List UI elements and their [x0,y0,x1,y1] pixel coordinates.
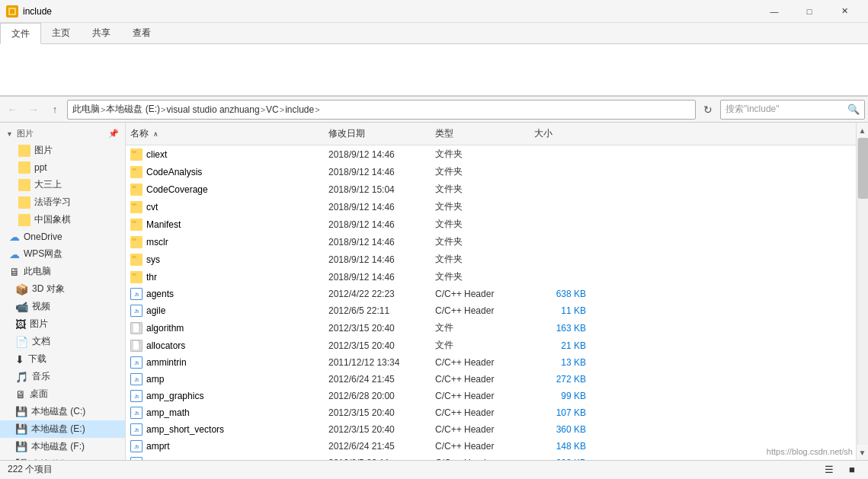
file-list-header: 名称 ∧ 修改日期 类型 大小 [126,123,856,145]
tab-share[interactable]: 共享 [82,23,122,43]
search-box[interactable]: 搜索"include" 🔍 [720,100,865,120]
file-name: cliext [126,148,324,161]
file-date: 2012/3/15 20:40 [324,322,431,334]
col-header-date[interactable]: 修改日期 [324,126,431,142]
sidebar-label-14: 桌面 [30,388,48,401]
file-name: .h ammintrin [126,356,324,369]
file-date: 2018/9/12 14:46 [324,236,431,248]
folder-icon [130,148,143,161]
table-row[interactable]: Manifest 2018/9/12 14:46 文件夹 [126,216,856,233]
table-row[interactable]: algorithm 2012/3/15 20:40 文件 163 KB [126,319,856,337]
sidebar-item-drive-e[interactable]: 💾 本地磁盘 (E:) [0,420,125,438]
sidebar-item-downloads[interactable]: ⬇ 下载 [0,350,125,368]
path-sep-0: > [101,105,105,114]
drive-f-icon: 💾 [15,441,27,452]
file-type: C/C++ Header [431,407,530,419]
file-name: .h amp [126,372,324,386]
table-row[interactable]: .h agile 2012/6/5 22:11 C/C++ Header 11 … [126,302,856,319]
minimize-button[interactable]: — [757,0,792,23]
sidebar-item-computer[interactable]: 🖥 此电脑 [0,263,125,280]
sidebar-item-2[interactable]: 大三上 [0,176,125,193]
up-button[interactable]: ↑ [46,101,64,119]
scrollbar-thumb[interactable] [858,138,869,199]
col-header-type[interactable]: 类型 [431,126,530,142]
col-header-name[interactable]: 名称 ∧ [126,126,324,142]
plain-file-icon [130,340,143,352]
table-row[interactable]: sys 2018/9/12 14:46 文件夹 [126,251,856,268]
quick-access-header[interactable]: ▼ 图片 📌 [0,126,125,142]
sidebar-label-8: 3D 对象 [32,283,65,295]
sidebar-item-music[interactable]: 🎵 音乐 [0,368,125,385]
tab-home[interactable]: 主页 [41,23,82,43]
header-file-icon: .h [130,390,143,402]
table-row[interactable]: .h amp_graphics 2012/6/28 20:00 C/C++ He… [126,388,856,404]
maximize-button[interactable]: □ [792,0,827,23]
table-row[interactable]: .h amp_short_vectors 2012/3/15 20:40 C/C… [126,421,856,438]
table-row[interactable]: .h amprt 2012/6/24 21:45 C/C++ Header 14… [126,438,856,455]
table-row[interactable]: .h amp_math 2012/3/15 20:40 C/C++ Header… [126,404,856,421]
file-size [530,171,591,173]
path-segment-3[interactable]: VC [266,104,279,115]
table-row[interactable]: msclr 2018/9/12 14:46 文件夹 [126,233,856,251]
sidebar-item-3d[interactable]: 📦 3D 对象 [0,280,125,298]
path-segment-0[interactable]: 此电脑 [72,103,100,116]
sidebar-item-drive-c[interactable]: 💾 本地磁盘 (C:) [0,403,125,420]
sidebar-item-0[interactable]: 图片 [0,142,125,159]
close-button[interactable]: ✕ [827,0,862,23]
sidebar-item-desktop[interactable]: 🖥 桌面 [0,385,125,403]
file-type: C/C++ Header [431,373,530,385]
folder-icon [130,184,143,196]
back-button[interactable]: ← [3,101,21,119]
sidebar-item-1[interactable]: ppt [0,159,125,176]
pictures-icon: 🖼 [15,318,26,331]
tab-view[interactable]: 查看 [122,23,162,43]
table-row[interactable]: .h arm_neon 2012/6/5 22:11 C/C++ Header … [126,455,856,460]
table-row[interactable]: .h ammintrin 2011/12/12 13:34 C/C++ Head… [126,354,856,371]
path-segment-2[interactable]: visual studio anzhuang [167,104,260,115]
sidebar-item-3[interactable]: 法语学习 [0,193,125,211]
search-icon: 🔍 [847,104,860,115]
tab-file[interactable]: 文件 [0,23,41,44]
file-date: 2012/6/5 22:11 [324,305,431,317]
svg-rect-11 [132,221,136,223]
sidebar-item-wps[interactable]: ☁ WPS网盘 [0,245,125,263]
table-row[interactable]: .h agents 2012/4/22 22:23 C/C++ Header 6… [126,286,856,302]
file-size: 360 KB [530,423,591,436]
view-details-button[interactable]: ☰ [821,461,838,478]
table-row[interactable]: thr 2018/9/12 14:46 文件夹 [126,268,856,286]
table-row[interactable]: .h amp 2012/6/24 21:45 C/C++ Header 272 … [126,371,856,388]
file-size: 99 KB [530,390,591,402]
sidebar-item-docs[interactable]: 📄 文档 [0,333,125,350]
address-bar[interactable]: 此电脑 > 本地磁盘 (E:) > visual studio anzhuang… [67,100,696,120]
file-rows: cliext 2018/9/12 14:46 文件夹 CodeAnalysis … [126,145,856,460]
scroll-up-button[interactable]: ▲ [857,123,868,138]
col-header-size[interactable]: 大小 [530,126,591,142]
table-row[interactable]: cliext 2018/9/12 14:46 文件夹 [126,145,856,163]
sidebar-label-10: 图片 [30,318,48,331]
path-sep-2: > [261,105,265,114]
sidebar-item-video[interactable]: 📹 视频 [0,298,125,315]
scroll-down-button[interactable]: ▼ [857,445,868,460]
sidebar-item-pictures[interactable]: 🖼 图片 [0,315,125,333]
refresh-button[interactable]: ↻ [699,101,717,119]
pin-icon[interactable]: 📌 [108,129,119,139]
table-row[interactable]: allocators 2012/3/15 20:40 文件 21 KB [126,337,856,354]
sidebar-item-drive-g[interactable]: 💾 本地磁盘 (G:) [0,455,125,460]
table-row[interactable]: CodeAnalysis 2018/9/12 14:46 文件夹 [126,163,856,180]
path-segment-4[interactable]: include [285,104,314,115]
table-row[interactable]: cvt 2018/9/12 14:46 文件夹 [126,198,856,216]
view-tiles-button[interactable]: ■ [844,461,860,478]
file-size: 302 KB [530,457,591,460]
file-name: algorithm [126,321,324,335]
file-name: .h agile [126,304,324,318]
file-name: .h arm_neon [126,456,324,460]
forward-button[interactable]: → [24,101,43,119]
path-segment-1[interactable]: 本地磁盘 (E:) [106,103,160,116]
sidebar-item-4[interactable]: 中国象棋 [0,211,125,228]
table-row[interactable]: CodeCoverage 2018/9/12 15:04 文件夹 [126,180,856,198]
file-size: 21 KB [530,340,591,352]
sidebar-item-onedrive[interactable]: ☁ OneDrive [0,228,125,245]
sidebar-item-drive-f[interactable]: 💾 本地磁盘 (F:) [0,438,125,455]
folder-icon-4 [18,214,30,226]
music-icon: 🎵 [15,371,28,383]
